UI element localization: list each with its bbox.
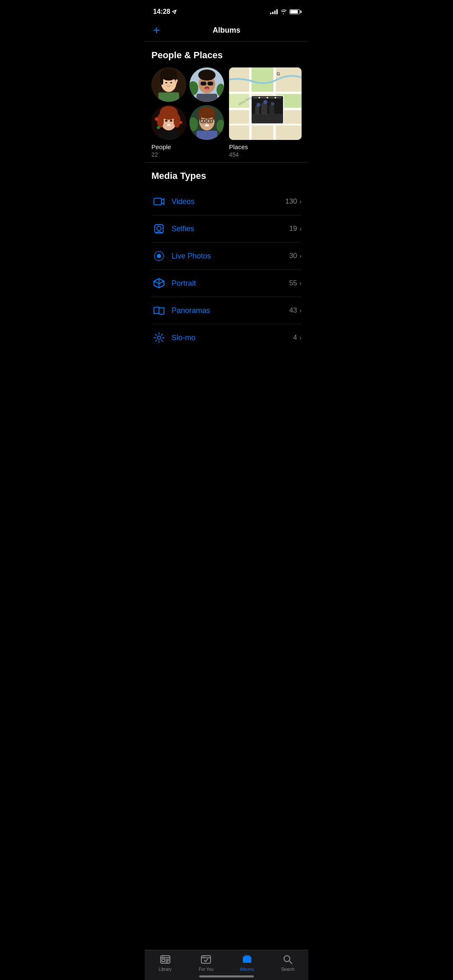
svg-rect-33	[167, 124, 170, 125]
live-photos-row[interactable]: Live Photos 30 ›	[151, 243, 302, 270]
svg-rect-34	[159, 131, 180, 140]
svg-line-93	[156, 340, 157, 341]
svg-point-32	[170, 120, 172, 122]
live-photos-count: 30	[289, 252, 297, 260]
svg-point-77	[266, 97, 268, 98]
svg-point-74	[271, 102, 274, 105]
svg-point-73	[263, 100, 268, 104]
svg-rect-68	[252, 114, 283, 123]
slomo-chevron-icon: ›	[299, 334, 302, 341]
svg-rect-61	[252, 67, 273, 92]
selfies-count: 19	[289, 225, 297, 233]
panoramas-label: Panoramas	[172, 306, 289, 315]
media-types-section: Media Types Videos 130 › Selfi	[145, 162, 308, 351]
svg-rect-16	[207, 81, 213, 85]
svg-point-7	[170, 82, 172, 83]
people-and-places-section: People & Places	[145, 41, 308, 162]
wifi-icon	[280, 9, 287, 14]
map-svg: chou Road G	[229, 67, 302, 140]
portrait-icon	[151, 276, 167, 291]
svg-point-35	[155, 117, 158, 121]
portrait-count: 55	[289, 279, 297, 287]
svg-rect-22	[196, 93, 217, 102]
svg-rect-8	[159, 92, 180, 102]
svg-rect-43	[212, 113, 215, 120]
svg-point-81	[157, 226, 161, 230]
panoramas-chevron-icon: ›	[299, 307, 302, 314]
signal-icon	[270, 9, 278, 14]
svg-rect-51	[205, 124, 209, 126]
people-album-label: People	[151, 143, 224, 150]
people-places-section-title: People & Places	[151, 50, 302, 61]
places-album-count: 454	[229, 151, 302, 158]
svg-text:G: G	[276, 71, 280, 76]
portrait-chevron-icon: ›	[299, 280, 302, 287]
slomo-icon	[151, 330, 167, 345]
live-photo-icon	[151, 248, 167, 264]
panorama-icon	[151, 303, 167, 318]
places-album-label: Places	[229, 143, 302, 150]
videos-count: 130	[285, 197, 297, 206]
page-title: Albums	[213, 26, 240, 35]
live-photos-label: Live Photos	[172, 252, 289, 261]
slomo-count: 4	[293, 334, 297, 342]
people-column[interactable]: People 22	[151, 67, 224, 158]
videos-row[interactable]: Videos 130 ›	[151, 188, 302, 215]
person-circle-2[interactable]	[190, 67, 224, 102]
selfies-chevron-icon: ›	[299, 225, 302, 232]
videos-chevron-icon: ›	[299, 198, 302, 205]
places-thumbnail[interactable]: chou Road G	[229, 67, 302, 140]
svg-rect-79	[154, 198, 161, 205]
svg-point-83	[157, 254, 161, 258]
svg-rect-42	[199, 113, 201, 120]
svg-line-92	[161, 334, 163, 336]
svg-rect-4	[160, 74, 163, 85]
places-column[interactable]: chou Road G	[229, 67, 302, 158]
svg-rect-70	[261, 103, 267, 114]
person-circle-1[interactable]	[151, 67, 186, 102]
status-time: 14:28	[153, 8, 177, 16]
videos-label: Videos	[172, 197, 285, 206]
svg-point-49	[202, 120, 204, 122]
video-icon	[151, 194, 167, 209]
slomo-label: Slo-mo	[172, 334, 293, 342]
svg-rect-71	[269, 104, 274, 114]
add-album-button[interactable]: +	[153, 24, 160, 36]
selfie-icon	[151, 221, 167, 236]
battery-icon	[289, 9, 300, 14]
svg-rect-56	[229, 91, 302, 94]
person-circle-4[interactable]	[190, 105, 224, 140]
svg-point-76	[258, 97, 260, 98]
people-places-grid: People 22	[151, 67, 302, 158]
location-arrow-icon	[172, 10, 177, 14]
portrait-label: Portrait	[172, 279, 289, 288]
media-types-title: Media Types	[151, 171, 302, 181]
people-circles	[151, 67, 224, 140]
svg-point-78	[275, 97, 276, 98]
svg-point-30	[174, 114, 181, 128]
slomo-row[interactable]: Slo-mo 4 ›	[151, 324, 302, 351]
svg-rect-52	[196, 131, 217, 140]
svg-line-90	[156, 334, 157, 336]
portrait-row[interactable]: Portrait 55 ›	[151, 270, 302, 297]
svg-point-72	[256, 103, 260, 107]
status-icons	[270, 9, 300, 14]
svg-rect-69	[255, 106, 259, 114]
person-circle-3[interactable]	[151, 105, 186, 140]
status-bar: 14:28	[145, 0, 308, 21]
svg-point-14	[198, 69, 215, 80]
selfies-row[interactable]: Selfies 19 ›	[151, 215, 302, 243]
svg-point-85	[157, 336, 161, 339]
selfies-label: Selfies	[172, 225, 289, 233]
nav-bar: + Albums	[145, 21, 308, 41]
svg-point-50	[209, 120, 211, 122]
svg-point-21	[205, 88, 208, 90]
svg-point-37	[157, 126, 160, 129]
panoramas-row[interactable]: Panoramas 43 ›	[151, 297, 302, 324]
svg-point-6	[165, 82, 167, 83]
people-album-count: 22	[151, 151, 224, 158]
svg-rect-15	[200, 81, 206, 85]
svg-point-29	[157, 114, 164, 128]
svg-point-36	[180, 121, 182, 124]
live-photos-chevron-icon: ›	[299, 253, 302, 259]
